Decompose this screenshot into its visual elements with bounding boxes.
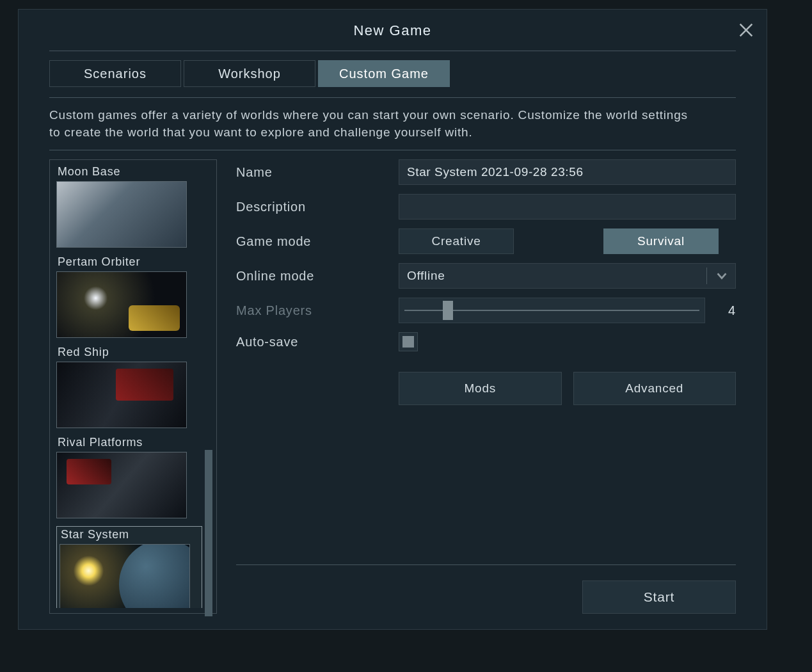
row-actions: Mods Advanced	[236, 360, 736, 405]
scenario-item-rival-platforms[interactable]: Rival Platforms	[56, 436, 202, 518]
tab-bar: Scenarios Workshop Custom Game	[49, 60, 736, 87]
tab-workshop[interactable]: Workshop	[184, 60, 315, 87]
label-maxplayers: Max Players	[236, 303, 399, 318]
scrollbar-thumb[interactable]	[205, 450, 212, 616]
row-gamemode: Game mode Creative Survival	[236, 228, 736, 254]
tab-description: Custom games offer a variety of worlds w…	[49, 107, 702, 141]
gamemode-creative-button[interactable]: Creative	[399, 228, 514, 254]
chevron-down-icon	[715, 269, 729, 283]
name-input[interactable]	[399, 159, 736, 185]
onlinemode-value: Offline	[407, 269, 445, 283]
scenario-scroll[interactable]: Moon Base Pertam Orbiter Red Ship Rival …	[56, 165, 202, 608]
advanced-button[interactable]: Advanced	[573, 372, 736, 405]
row-description: Description	[236, 194, 736, 220]
label-onlinemode: Online mode	[236, 269, 399, 284]
maxplayers-slider[interactable]	[399, 298, 705, 323]
label-gamemode: Game mode	[236, 234, 399, 249]
scenario-thumbnail	[56, 271, 187, 338]
footer: Start	[236, 580, 736, 614]
scenario-thumbnail	[56, 181, 187, 248]
divider	[236, 564, 736, 565]
scenario-item-pertam-orbiter[interactable]: Pertam Orbiter	[56, 255, 202, 338]
new-game-window: New Game Scenarios Workshop Custom Game …	[18, 9, 767, 630]
content-area: Moon Base Pertam Orbiter Red Ship Rival …	[49, 159, 736, 614]
scenario-label: Red Ship	[56, 346, 202, 359]
window-title: New Game	[49, 22, 736, 39]
scenario-thumbnail	[56, 362, 187, 428]
maxplayers-value: 4	[717, 303, 736, 318]
close-button[interactable]	[737, 21, 755, 39]
label-description: Description	[236, 200, 399, 214]
divider	[49, 51, 736, 51]
onlinemode-dropdown[interactable]: Offline	[399, 263, 736, 289]
mods-button[interactable]: Mods	[399, 372, 562, 405]
settings-form: Name Description Game mode Creative S	[236, 159, 736, 614]
row-onlinemode: Online mode Offline	[236, 263, 736, 289]
tab-scenarios[interactable]: Scenarios	[49, 60, 181, 87]
gamemode-survival-button[interactable]: Survival	[603, 228, 719, 254]
scenario-list: Moon Base Pertam Orbiter Red Ship Rival …	[49, 159, 217, 614]
divider	[49, 150, 736, 150]
row-maxplayers: Max Players 4	[236, 298, 736, 323]
slider-thumb[interactable]	[443, 301, 453, 320]
row-name: Name	[236, 159, 736, 185]
divider	[49, 97, 736, 98]
description-input[interactable]	[399, 194, 736, 220]
close-icon	[737, 30, 755, 41]
row-autosave: Auto-save	[236, 332, 736, 351]
scenario-label: Pertam Orbiter	[56, 255, 202, 269]
scenario-item-star-system[interactable]: Star System	[56, 526, 202, 608]
scrollbar-track[interactable]	[205, 165, 212, 608]
scenario-label: Star System	[60, 528, 199, 541]
scenario-label: Rival Platforms	[56, 436, 202, 449]
scenario-thumbnail	[56, 452, 187, 518]
scenario-label: Moon Base	[56, 165, 202, 179]
scenario-item-moon-base[interactable]: Moon Base	[56, 165, 202, 248]
label-autosave: Auto-save	[236, 335, 399, 349]
tab-custom-game[interactable]: Custom Game	[318, 60, 450, 87]
start-button[interactable]: Start	[582, 580, 736, 614]
autosave-checkbox[interactable]	[399, 332, 418, 351]
checkbox-checked-icon	[402, 336, 414, 348]
scenario-item-red-ship[interactable]: Red Ship	[56, 346, 202, 428]
scenario-thumbnail	[60, 544, 190, 608]
dropdown-divider	[706, 268, 707, 284]
label-name: Name	[236, 165, 399, 180]
